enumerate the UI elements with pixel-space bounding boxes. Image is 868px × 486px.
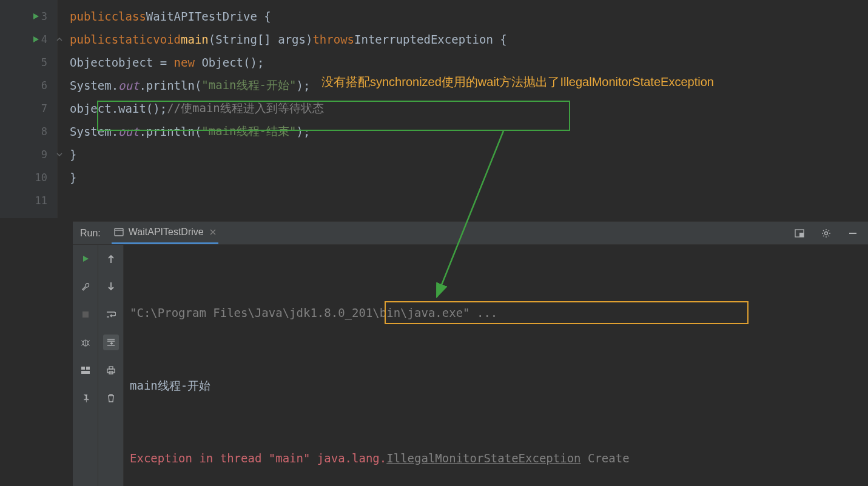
console-stdout: main线程-开始 bbox=[130, 373, 862, 398]
svg-line-13 bbox=[81, 341, 83, 342]
gutter-line: 10 bbox=[0, 166, 57, 189]
brace: } bbox=[70, 171, 76, 184]
params: (String[] args) bbox=[209, 33, 313, 46]
line-number: 6 bbox=[41, 79, 47, 92]
line-number: 5 bbox=[41, 56, 47, 68]
svg-rect-2 bbox=[115, 228, 123, 236]
run-header-actions bbox=[792, 225, 861, 241]
comment: //使main线程进入到等待状态 bbox=[167, 101, 324, 116]
run-header: Run: WaitAPITestDrive bbox=[73, 222, 868, 245]
arrow-up-icon[interactable] bbox=[103, 251, 119, 267]
code-line: System.out.println("main线程-结束"); bbox=[58, 120, 868, 143]
gutter-line: 3 bbox=[0, 5, 57, 28]
svg-point-8 bbox=[825, 231, 828, 235]
function-name: main bbox=[181, 33, 209, 46]
gutter-line: 8 bbox=[0, 120, 57, 143]
code-line: } bbox=[58, 143, 868, 166]
punct: ); bbox=[296, 79, 310, 92]
field-ref: out bbox=[118, 79, 139, 92]
string-literal: "main线程-开始" bbox=[201, 78, 296, 93]
line-number: 10 bbox=[35, 171, 47, 184]
arrow-down-icon[interactable] bbox=[103, 279, 119, 295]
svg-line-16 bbox=[88, 344, 90, 345]
annotation-text: 没有搭配synchronized使用的wait方法抛出了IllegalMonit… bbox=[321, 74, 714, 90]
punct: ); bbox=[296, 125, 310, 138]
keyword: new bbox=[174, 56, 195, 69]
svg-rect-21 bbox=[107, 369, 115, 373]
rerun-icon[interactable] bbox=[78, 251, 93, 267]
error-class: java.lang. bbox=[317, 446, 386, 470]
code-line: Object object = new Object(); bbox=[58, 51, 868, 74]
run-icon[interactable] bbox=[32, 12, 40, 21]
code-line: public static void main(String[] args) t… bbox=[58, 28, 868, 51]
soft-wrap-icon[interactable] bbox=[103, 307, 119, 322]
gutter-line: 11 bbox=[0, 189, 57, 212]
console-error: Exception in thread "main" java.lang.Ill… bbox=[130, 446, 862, 470]
run-body: "C:\Program Files\Java\jdk1.8.0_201\bin\… bbox=[73, 245, 868, 486]
keyword: static bbox=[112, 33, 153, 46]
variable: object bbox=[112, 56, 153, 69]
svg-rect-10 bbox=[82, 311, 89, 318]
layout-split-icon[interactable] bbox=[78, 362, 93, 378]
class-name: WaitAPITestDrive bbox=[146, 10, 257, 23]
gear-icon[interactable] bbox=[818, 225, 834, 241]
print-icon[interactable] bbox=[103, 362, 119, 378]
exception-type: InterruptedException bbox=[354, 33, 493, 46]
line-number: 3 bbox=[41, 10, 47, 22]
run-panel: Run: WaitAPITestDrive bbox=[73, 221, 868, 486]
error-prefix: Exception in thread "main" bbox=[130, 446, 317, 470]
svg-line-14 bbox=[88, 341, 90, 342]
error-class-link[interactable]: IllegalMonitorStateException bbox=[386, 446, 580, 470]
editor-area: 3 4 5 6 7 8 9 10 11 public class Wai bbox=[0, 0, 868, 218]
operator: = bbox=[153, 56, 173, 69]
line-number: 8 bbox=[41, 125, 47, 138]
call: Object(); bbox=[195, 56, 264, 69]
bug-icon[interactable] bbox=[78, 335, 93, 350]
run-toolbar-primary bbox=[73, 245, 98, 486]
svg-rect-7 bbox=[799, 233, 804, 237]
run-label: Run: bbox=[80, 228, 101, 239]
console-output[interactable]: "C:\Program Files\Java\jdk1.8.0_201\bin\… bbox=[124, 245, 868, 486]
run-toolbar-secondary bbox=[98, 245, 124, 486]
trash-icon[interactable] bbox=[103, 390, 119, 406]
scroll-to-end-icon[interactable] bbox=[103, 335, 119, 350]
brace: { bbox=[257, 10, 271, 23]
gutter: 3 4 5 6 7 8 9 10 11 bbox=[0, 0, 58, 218]
svg-rect-19 bbox=[81, 371, 90, 374]
type: Object bbox=[70, 56, 112, 69]
line-number: 7 bbox=[41, 102, 47, 115]
svg-rect-17 bbox=[81, 367, 85, 370]
wrench-icon[interactable] bbox=[78, 279, 93, 295]
keyword: public bbox=[70, 33, 112, 46]
run-tab[interactable]: WaitAPITestDrive bbox=[112, 222, 218, 244]
error-tail[interactable]: Create bbox=[581, 446, 630, 470]
keyword: throws bbox=[312, 33, 354, 46]
gutter-line: 6 bbox=[0, 74, 57, 97]
code-line: } bbox=[58, 166, 868, 189]
keyword: void bbox=[153, 33, 181, 46]
keyword: public bbox=[70, 10, 112, 23]
brace: } bbox=[70, 148, 76, 161]
pin-icon[interactable] bbox=[78, 390, 93, 406]
console-command: "C:\Program Files\Java\jdk1.8.0_201\bin\… bbox=[130, 301, 862, 325]
svg-line-15 bbox=[81, 344, 83, 345]
field-ref: out bbox=[118, 125, 139, 138]
application-icon bbox=[114, 228, 124, 236]
run-tab-label: WaitAPITestDrive bbox=[129, 227, 204, 238]
call: object.wait(); bbox=[70, 102, 167, 115]
code-line: public class WaitAPITestDrive { bbox=[58, 5, 868, 28]
run-icon[interactable] bbox=[32, 35, 40, 44]
svg-rect-18 bbox=[86, 367, 90, 370]
gutter-line: 9 bbox=[0, 143, 57, 166]
keyword: class bbox=[112, 10, 146, 23]
stop-icon[interactable] bbox=[78, 307, 93, 322]
code-line: object.wait(); //使main线程进入到等待状态 bbox=[58, 97, 868, 120]
layout-icon[interactable] bbox=[792, 225, 807, 241]
string-literal: "main线程-结束" bbox=[201, 124, 296, 139]
class-ref: System. bbox=[70, 125, 118, 138]
line-number: 11 bbox=[35, 195, 47, 207]
minimize-icon[interactable] bbox=[845, 225, 861, 241]
close-icon[interactable] bbox=[210, 229, 216, 235]
line-number: 9 bbox=[41, 148, 47, 161]
code-area[interactable]: public class WaitAPITestDrive { public s… bbox=[58, 0, 868, 218]
